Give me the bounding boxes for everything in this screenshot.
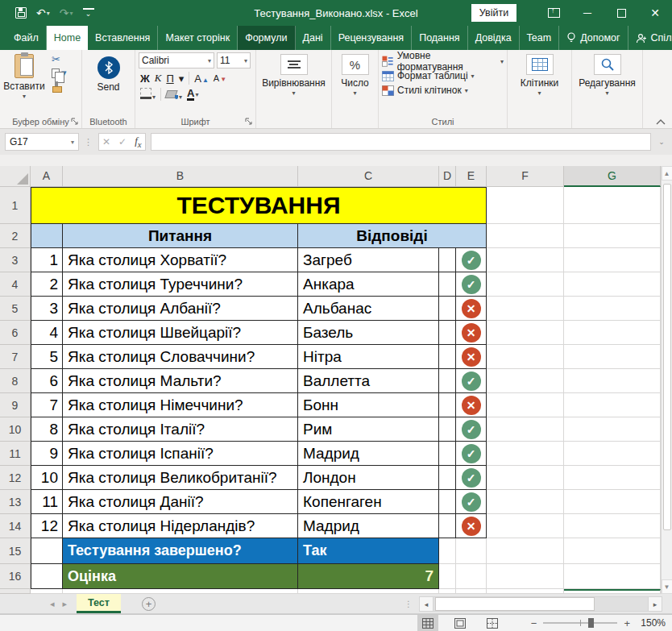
customize-qat-button[interactable]: ⌄ bbox=[79, 8, 98, 18]
cell-D13[interactable] bbox=[439, 490, 456, 514]
cell-A2[interactable] bbox=[31, 224, 63, 248]
view-page-break-button[interactable] bbox=[482, 615, 503, 631]
ribbon-tab-макет-сторінк[interactable]: Макет сторінк bbox=[158, 26, 238, 50]
question-cell-B11[interactable]: Яка столиця Іспанії? bbox=[63, 442, 298, 466]
cell-D12[interactable] bbox=[439, 466, 456, 490]
cell-G2[interactable] bbox=[564, 224, 661, 248]
cells-button[interactable]: Клітинки ▾ bbox=[511, 52, 568, 97]
ribbon-tab-home[interactable]: Home bbox=[47, 26, 88, 50]
ribbon-tab-допомог[interactable]: Допомог bbox=[559, 26, 628, 50]
cell-E7[interactable]: ✕ bbox=[456, 345, 487, 369]
cell-F6[interactable] bbox=[487, 321, 564, 345]
expand-formula-bar-icon[interactable]: ⌄ bbox=[656, 138, 667, 146]
cell-F1[interactable] bbox=[487, 187, 564, 224]
number-cell-A9[interactable]: 7 bbox=[31, 393, 63, 417]
borders-button[interactable]: ▾ bbox=[140, 88, 156, 101]
view-page-layout-button[interactable] bbox=[450, 615, 471, 631]
row-header-2[interactable]: 2 bbox=[0, 224, 31, 248]
cell-E16[interactable] bbox=[456, 564, 487, 589]
font-size-select[interactable]: 11▾ bbox=[217, 52, 251, 68]
cell-E5[interactable]: ✕ bbox=[456, 297, 487, 321]
ribbon-tab-подання[interactable]: Подання bbox=[412, 26, 467, 50]
completed-value-cell[interactable]: Так bbox=[298, 538, 439, 564]
redo-button[interactable]: ↷▾ bbox=[56, 6, 77, 19]
ribbon-tab-файл[interactable]: Файл bbox=[6, 26, 47, 50]
column-header-G[interactable]: G bbox=[564, 166, 661, 187]
number-cell-A3[interactable]: 1 bbox=[31, 248, 63, 272]
ribbon-tab-спільний-доступ[interactable]: Спільний доступ bbox=[628, 26, 672, 50]
answer-cell-C11[interactable]: Мадрид bbox=[298, 442, 439, 466]
cell-E9[interactable]: ✕ bbox=[456, 393, 487, 417]
number-cell-A7[interactable]: 5 bbox=[31, 345, 63, 369]
italic-button[interactable]: К bbox=[155, 72, 162, 85]
question-cell-B6[interactable]: Яка столиця Швейцарії? bbox=[63, 321, 298, 345]
cell-D5[interactable] bbox=[439, 297, 456, 321]
answer-cell-C10[interactable]: Рим bbox=[298, 417, 439, 442]
answer-cell-C7[interactable]: Нітра bbox=[298, 345, 439, 369]
completed-label-cell[interactable]: Тестування завершено? bbox=[63, 538, 298, 564]
cell-D16[interactable] bbox=[439, 564, 456, 589]
row-header-5[interactable]: 5 bbox=[0, 297, 31, 321]
answer-cell-C8[interactable]: Валлетта bbox=[298, 369, 439, 393]
zoom-slider-thumb[interactable] bbox=[588, 618, 594, 628]
ribbon-tab-team[interactable]: Team bbox=[520, 26, 560, 50]
answer-header-cell[interactable]: Відповіді bbox=[298, 224, 487, 248]
row-header-13[interactable]: 13 bbox=[0, 490, 31, 514]
number-cell-A5[interactable]: 3 bbox=[31, 297, 63, 321]
format-painter-button[interactable] bbox=[52, 81, 67, 92]
column-header-B[interactable]: B bbox=[63, 166, 298, 187]
sign-in-button[interactable]: Увійти bbox=[471, 4, 516, 22]
row-header-16[interactable]: 16 bbox=[0, 564, 31, 589]
scroll-down-icon[interactable]: ▼ bbox=[662, 579, 672, 594]
increase-font-size-button[interactable]: А▲ bbox=[194, 73, 209, 85]
row-header-10[interactable]: 10 bbox=[0, 417, 31, 442]
number-cell-A4[interactable]: 2 bbox=[31, 272, 63, 297]
minimize-button[interactable]: ─ bbox=[570, 0, 604, 26]
number-cell-A11[interactable]: 9 bbox=[31, 442, 63, 466]
answer-cell-C3[interactable]: Загреб bbox=[298, 248, 439, 272]
row-header-12[interactable]: 12 bbox=[0, 466, 31, 490]
cell-G8[interactable] bbox=[564, 369, 661, 393]
cell-F12[interactable] bbox=[487, 466, 564, 490]
question-cell-B10[interactable]: Яка столиця Італії? bbox=[63, 417, 298, 442]
cell-G10[interactable] bbox=[564, 417, 661, 442]
cell-A15[interactable] bbox=[31, 538, 63, 564]
cell-G16[interactable] bbox=[564, 564, 661, 589]
cell-D7[interactable] bbox=[439, 345, 456, 369]
cell-G11[interactable] bbox=[564, 442, 661, 466]
question-cell-B8[interactable]: Яка столиця Мальти? bbox=[63, 369, 298, 393]
cell-G3[interactable] bbox=[564, 248, 661, 272]
answer-cell-C12[interactable]: Лондон bbox=[298, 466, 439, 490]
cell-E6[interactable]: ✕ bbox=[456, 321, 487, 345]
formula-enter-icon[interactable]: ✓ bbox=[118, 136, 127, 147]
maximize-button[interactable] bbox=[604, 0, 638, 26]
hscroll-thumb[interactable] bbox=[435, 597, 595, 611]
ribbon-tab-довідка[interactable]: Довідка bbox=[468, 26, 520, 50]
question-cell-B9[interactable]: Яка столиця Німеччини? bbox=[63, 393, 298, 417]
sheet-tab[interactable]: Тест bbox=[77, 594, 121, 613]
cell-title[interactable]: ТЕСТУВАННЯ bbox=[31, 187, 487, 224]
cell-E14[interactable]: ✕ bbox=[456, 514, 487, 538]
cell-D14[interactable] bbox=[439, 514, 456, 538]
cell-G15[interactable] bbox=[564, 538, 661, 564]
insert-function-icon[interactable]: fx bbox=[135, 135, 141, 149]
column-header-A[interactable]: A bbox=[31, 166, 63, 187]
cut-button[interactable]: ✂ bbox=[52, 54, 67, 65]
answer-cell-C9[interactable]: Бонн bbox=[298, 393, 439, 417]
number-cell-A6[interactable]: 4 bbox=[31, 321, 63, 345]
collapse-ribbon-button[interactable] bbox=[656, 118, 666, 125]
cell-E11[interactable]: ✓ bbox=[456, 442, 487, 466]
drag-dots-icon[interactable]: ⋮ bbox=[404, 600, 413, 608]
cell-F11[interactable] bbox=[487, 442, 564, 466]
cell-G5[interactable] bbox=[564, 297, 661, 321]
formula-input[interactable] bbox=[151, 133, 651, 151]
vertical-scrollbar[interactable]: ▲ ▼ bbox=[661, 166, 672, 594]
question-cell-B3[interactable]: Яка столиця Хорватії? bbox=[63, 248, 298, 272]
score-value-cell[interactable]: 7 bbox=[298, 564, 439, 589]
font-color-button[interactable]: А▾ bbox=[187, 88, 198, 101]
view-normal-button[interactable] bbox=[417, 615, 438, 631]
question-header-cell[interactable]: Питання bbox=[63, 224, 298, 248]
question-cell-B7[interactable]: Яка столиця Словаччини? bbox=[63, 345, 298, 369]
select-all-corner[interactable] bbox=[0, 166, 31, 187]
row-header-11[interactable]: 11 bbox=[0, 442, 31, 466]
